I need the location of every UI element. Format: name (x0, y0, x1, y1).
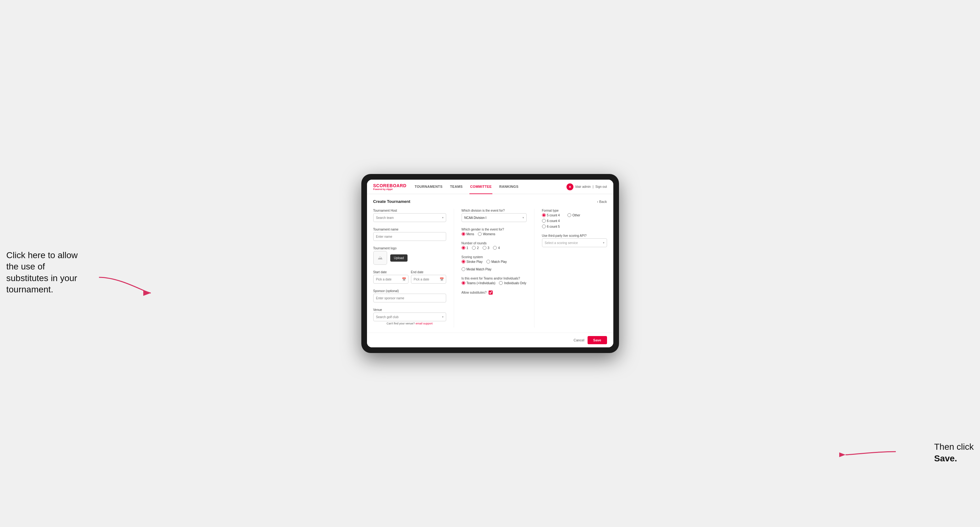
upload-button[interactable]: Upload (390, 254, 408, 262)
logo-field: Tournament logo ⛰ Upload (373, 246, 446, 265)
rounds-2-radio[interactable] (472, 246, 476, 250)
username: blair admin (575, 185, 591, 189)
nav-committee[interactable]: COMMITTEE (469, 179, 492, 194)
rounds-4-radio[interactable] (493, 246, 497, 250)
sponsor-input[interactable] (373, 294, 446, 302)
start-date-field: Start date 📅 (373, 270, 409, 284)
format-6count4[interactable]: 6 count 4 (542, 219, 607, 223)
host-select-wrap (373, 213, 446, 222)
name-label: Tournament name (373, 228, 446, 231)
sponsor-label: Sponsor (optional) (373, 289, 446, 293)
gender-field: Which gender is the event for? Mens Wome… (461, 228, 527, 236)
cancel-button[interactable]: Cancel (574, 338, 584, 342)
logo-scoreboard: SCOREBOARD (373, 183, 407, 188)
event-teams[interactable]: Teams (+Individuals) (461, 281, 495, 285)
rounds-3-radio[interactable] (483, 246, 487, 250)
scoring-api-field: Use third-party live scoring API? Select… (542, 234, 607, 247)
format-options: 5 count 4 Other 6 count 4 (542, 213, 607, 228)
gender-womens-label: Womens (483, 232, 495, 236)
event-individuals[interactable]: Individuals Only (499, 281, 526, 285)
logo-placeholder-icon: ⛰ (373, 251, 387, 265)
event-for-field: Is this event for Teams and/or Individua… (461, 277, 527, 285)
rounds-2[interactable]: 2 (472, 246, 479, 250)
arrow-right (839, 444, 902, 459)
scoring-system-label: Scoring system (461, 256, 527, 259)
scoring-system-radio-group: Stroke Play Match Play Medal Match Play (461, 260, 527, 271)
allow-substitutes-label: Allow substitutes? (461, 291, 487, 294)
format-type-label: Format type (542, 209, 607, 212)
navigation: SCOREBOARD Powered by clippd TOURNAMENTS… (367, 179, 613, 194)
host-field: Tournament Host (373, 209, 446, 222)
save-button[interactable]: Save (587, 336, 607, 344)
page-content: Create Tournament ‹ Back Tournament Host (367, 194, 613, 333)
scoring-api-label: Use third-party live scoring API? (542, 234, 607, 237)
venue-select-wrap (373, 313, 446, 321)
rounds-1-radio[interactable] (461, 246, 465, 250)
form-column-3: Format type 5 count 4 Other (534, 209, 607, 328)
page-title: Create Tournament (373, 199, 410, 204)
back-button[interactable]: ‹ Back (597, 200, 607, 203)
tablet-screen: SCOREBOARD Powered by clippd TOURNAMENTS… (367, 179, 613, 348)
logo-upload-area: ⛰ Upload (373, 251, 446, 265)
venue-input[interactable] (373, 313, 446, 321)
division-label: Which division is the event for? (461, 209, 527, 212)
nav-teams[interactable]: TEAMS (449, 179, 463, 194)
annotation-save: Save. (934, 454, 957, 463)
gender-label: Which gender is the event for? (461, 228, 527, 231)
scoring-medal[interactable]: Medal Match Play (461, 267, 492, 271)
name-field: Tournament name (373, 228, 446, 241)
sponsor-field: Sponsor (optional) (373, 289, 446, 302)
allow-substitutes-field: Allow substitutes? (461, 290, 527, 295)
end-date-label: End date (411, 270, 446, 274)
host-label: Tournament Host (373, 209, 446, 212)
name-input[interactable] (373, 232, 446, 241)
gender-mens-radio[interactable] (461, 232, 465, 236)
gender-radio-group: Mens Womens (461, 232, 527, 236)
start-date-label: Start date (373, 270, 409, 274)
tablet: SCOREBOARD Powered by clippd TOURNAMENTS… (361, 174, 619, 353)
sign-out-link[interactable]: Sign out (595, 185, 607, 189)
host-input[interactable] (373, 213, 446, 222)
logo-label: Tournament logo (373, 246, 446, 250)
scoring-match-radio[interactable] (487, 260, 490, 264)
gender-mens[interactable]: Mens (461, 232, 474, 236)
allow-substitutes-checkbox-wrap[interactable]: Allow substitutes? (461, 290, 527, 295)
format-6count5-radio[interactable] (542, 225, 546, 228)
scoring-system-field: Scoring system Stroke Play Match Play (461, 256, 527, 271)
scoring-api-select[interactable]: Select a scoring service (542, 238, 607, 247)
date-row: Start date 📅 End date 📅 (373, 270, 446, 284)
scoring-stroke[interactable]: Stroke Play (461, 260, 483, 264)
nav-rankings[interactable]: RANKINGS (499, 179, 519, 194)
scoring-select-wrap: Select a scoring service (542, 238, 607, 247)
allow-substitutes-checkbox[interactable] (488, 290, 493, 295)
format-6count5[interactable]: 6 count 5 (542, 225, 607, 228)
rounds-radio-group: 1 2 3 4 (461, 246, 527, 250)
format-5count4[interactable]: 5 count 4 (542, 213, 560, 217)
scoring-stroke-radio[interactable] (461, 260, 465, 264)
scoring-match[interactable]: Match Play (487, 260, 507, 264)
back-chevron: ‹ (597, 200, 598, 203)
venue-email-link[interactable]: email support (416, 322, 433, 325)
annotation-left: Click here to allow the use of substitut… (6, 250, 88, 295)
start-date-wrap: 📅 (373, 275, 409, 284)
division-select[interactable]: NCAA Division I NCAA Division II NCAA Di… (461, 213, 527, 222)
rounds-1[interactable]: 1 (461, 246, 468, 250)
event-individuals-radio[interactable] (499, 281, 503, 285)
format-other-radio[interactable] (568, 213, 571, 217)
event-teams-radio[interactable] (461, 281, 465, 285)
page-header: Create Tournament ‹ Back (373, 199, 607, 204)
format-type-field: Format type 5 count 4 Other (542, 209, 607, 228)
scoring-medal-radio[interactable] (461, 267, 465, 271)
form-grid: Tournament Host Tournament name Tourname… (373, 209, 607, 328)
gender-womens-radio[interactable] (478, 232, 482, 236)
format-5count4-radio[interactable] (542, 213, 546, 217)
rounds-3[interactable]: 3 (483, 246, 490, 250)
format-6count4-radio[interactable] (542, 219, 546, 223)
rounds-label: Number of rounds (461, 241, 527, 245)
gender-womens[interactable]: Womens (478, 232, 495, 236)
nav-tournaments[interactable]: TOURNAMENTS (414, 179, 443, 194)
format-other[interactable]: Other (568, 213, 580, 217)
nav-separator: | (593, 185, 593, 189)
event-for-label: Is this event for Teams and/or Individua… (461, 277, 527, 280)
rounds-4[interactable]: 4 (493, 246, 500, 250)
